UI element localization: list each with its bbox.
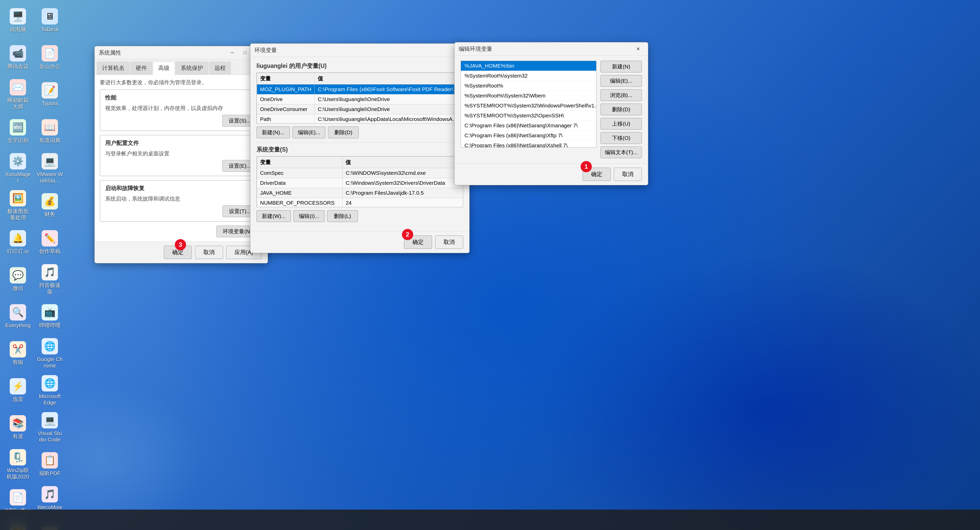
sys-var-name: ComSpec bbox=[257, 168, 342, 178]
editenv-right-btn[interactable]: 新建(N) bbox=[600, 61, 642, 72]
editenv-right-btns: 新建(N)编辑(E)...浏览(B)...删除(D)上移(U)下移(O)编辑文本… bbox=[600, 61, 642, 158]
desktop-icon-23[interactable]: 📚 有道 bbox=[3, 409, 33, 445]
sys-vars-table-container[interactable]: 变量 值 ComSpecC:\WINDOWS\system32\cmd.exeD… bbox=[256, 156, 463, 207]
desktop-icon-18[interactable]: 📺 哔哩哔哩 bbox=[35, 299, 65, 334]
user-var-row[interactable]: OneDriveConsumerC:\Users\liuguanglei\One… bbox=[257, 104, 463, 114]
user-var-row[interactable]: PathC:\Users\liuguanglei\AppData\Local\M… bbox=[257, 114, 463, 124]
sys-var-row[interactable]: ComSpecC:\WINDOWS\system32\cmd.exe bbox=[257, 168, 463, 178]
startup-btn-row: 设置(T)... bbox=[105, 205, 257, 217]
admin-notice: 要进行大多数更改，你必须作为管理员登录。 bbox=[100, 79, 262, 86]
user-delete-button[interactable]: 删除(D) bbox=[328, 127, 359, 138]
editenv-list-item[interactable]: C:\Program Files (x86)\NetSarang\Xshell … bbox=[461, 141, 596, 148]
sys-var-value: C:\WINDOWS\system32\cmd.exe bbox=[342, 168, 463, 178]
editenv-list-item[interactable]: %SystemRoot%\System32\Wbem bbox=[461, 91, 596, 101]
user-edit-button[interactable]: 编辑(E)... bbox=[293, 127, 326, 138]
desktop-icon-16[interactable]: 🎵 抖音极速版 bbox=[35, 261, 65, 297]
sys-delete-button[interactable]: 删除(L) bbox=[327, 210, 358, 222]
sys-edit-button[interactable]: 编辑(I)... bbox=[293, 210, 325, 222]
performance-desc: 视觉效果，处理器计划，内存使用，以及虚拟内存 bbox=[105, 104, 257, 112]
desktop-icon-6[interactable]: 📝 Typora bbox=[35, 76, 65, 112]
editenv-list-item[interactable]: %SYSTEMROOT%\System32\WindowsPowerShell\… bbox=[461, 101, 596, 111]
sys-var-col-name: 变量 bbox=[257, 157, 342, 168]
desktop-icon-25[interactable]: 🗜️ WinZip联机版2020 bbox=[3, 447, 33, 482]
sysprop-action-btns: 确定 取消 应用(A) 3 bbox=[95, 241, 268, 263]
user-var-value: C:\Users\liuguanglei\OneDrive bbox=[315, 94, 463, 104]
desktop-icon-3[interactable]: 📹 腾讯会议 bbox=[3, 40, 33, 75]
user-var-row[interactable]: OneDriveC:\Users\liuguanglei\OneDrive bbox=[257, 94, 463, 104]
sysprop-badge: 3 bbox=[175, 239, 186, 250]
desktop-icon-14[interactable]: ✏️ 创作草稿 bbox=[35, 224, 65, 260]
performance-btn-row: 设置(S)... bbox=[105, 115, 257, 127]
user-vars-table-container[interactable]: 变量 值 MOZ_PLUGIN_PATHC:\Program Files (x8… bbox=[256, 72, 463, 124]
sys-var-value: 24 bbox=[342, 198, 463, 207]
tab-advanced[interactable]: 高级 bbox=[153, 62, 175, 75]
desktop-icon-7[interactable]: 🔤 文字识别 bbox=[3, 113, 33, 149]
sys-var-row[interactable]: NUMBER_OF_PROCESSORS24 bbox=[257, 198, 463, 207]
editenv-badge: 1 bbox=[581, 161, 592, 172]
sys-var-row[interactable]: JAVA_HOMEC:\Program Files\Java\jdk-17.0.… bbox=[257, 188, 463, 198]
sysprop-minimize-button[interactable]: ─ bbox=[226, 49, 238, 57]
editenv-list[interactable]: %JAVA_HOME%\bin%SystemRoot%\system32%Sys… bbox=[461, 61, 597, 148]
sys-var-name: JAVA_HOME bbox=[257, 188, 342, 198]
desktop-icon-13[interactable]: 🔔 叮叮叮.io bbox=[3, 224, 33, 260]
tab-hardware[interactable]: 硬件 bbox=[130, 62, 152, 75]
sys-new-button[interactable]: 新建(W)... bbox=[256, 210, 291, 222]
editenv-list-item[interactable]: C:\Program Files (x86)\NetSarang\Xmanage… bbox=[461, 121, 596, 131]
user-var-value: C:\Users\liuguanglei\AppData\Local\Micro… bbox=[315, 114, 463, 124]
desktop-icon-2[interactable]: 🖥 ToDesk bbox=[35, 3, 65, 38]
editenv-list-item[interactable]: %JAVA_HOME%\bin bbox=[461, 61, 596, 71]
editenv-right-btn[interactable]: 编辑文本(T)... bbox=[600, 146, 642, 158]
desktop-icon-20[interactable]: 🌐 Google Chrome bbox=[35, 336, 65, 371]
sysprop-cancel-button[interactable]: 取消 bbox=[195, 246, 223, 259]
user-var-row[interactable]: MOZ_PLUGIN_PATHC:\Program Files (x86)\Fo… bbox=[257, 84, 463, 94]
sys-vars-title: 系统变量(S) bbox=[256, 146, 463, 154]
sysprop-maximize-button[interactable]: □ bbox=[239, 49, 251, 57]
desktop-icon-4[interactable]: 📄 金山办公 bbox=[35, 40, 65, 75]
userprofile-btn-row: 设置(E)... bbox=[105, 160, 257, 172]
desktop-icon-10[interactable]: 💻 VMware WorkSta... bbox=[35, 151, 65, 186]
sys-var-name: DriverData bbox=[257, 178, 342, 188]
desktop-icon-1[interactable]: 🖥️ 此电脑 bbox=[3, 3, 33, 38]
desktop-icon-21[interactable]: ⚡ 迅雷 bbox=[3, 372, 33, 408]
editenv-right-btn[interactable]: 删除(D) bbox=[600, 103, 642, 115]
user-var-col-name: 变量 bbox=[257, 73, 315, 84]
desktop-icon-15[interactable]: 💬 微信 bbox=[3, 261, 33, 297]
envvar-cancel-button[interactable]: 取消 bbox=[435, 236, 463, 249]
user-var-value: C:\Program Files (x86)\Foxit Software\Fo… bbox=[315, 84, 463, 94]
editenv-cancel-button[interactable]: 取消 bbox=[614, 168, 642, 181]
editenv-right-btn[interactable]: 编辑(E)... bbox=[600, 75, 642, 87]
editenv-close-button[interactable]: ✕ bbox=[632, 45, 644, 53]
editenv-list-item[interactable]: %SystemRoot%\system32 bbox=[461, 71, 596, 81]
tab-system-protection[interactable]: 系统保护 bbox=[175, 62, 208, 75]
editenv-list-item[interactable]: %SYSTEMROOT%\System32\OpenSSH\ bbox=[461, 111, 596, 121]
editenv-titlebar: 编辑环境变量 ✕ bbox=[455, 42, 648, 56]
desktop-icon-26[interactable]: 📋 福昕PDF bbox=[35, 447, 65, 482]
sys-var-row[interactable]: DriverDataC:\Windows\System32\Drivers\Dr… bbox=[257, 178, 463, 188]
userprofile-title: 用户配置文件 bbox=[105, 139, 257, 147]
desktop-icon-5[interactable]: ✉️ 网易邮箱大师 bbox=[3, 76, 33, 112]
envvar-content: liuguanglei 的用户变量(U) 变量 值 MOZ_PLUGIN_PAT… bbox=[250, 57, 469, 231]
desktop-icon-8[interactable]: 📖 有道词典 bbox=[35, 113, 65, 149]
desktop-icon-17[interactable]: 🔍 Everything bbox=[3, 299, 33, 334]
desktop-icon-11[interactable]: 🖼️ 极速图批量处理 bbox=[3, 188, 33, 223]
desktop-icon-9[interactable]: ⚙️ XunuMager bbox=[3, 151, 33, 186]
desktop-icon-22[interactable]: 🌐 Microsoft Edge bbox=[35, 372, 65, 408]
sys-var-col-value: 值 bbox=[342, 157, 463, 168]
desktop-icon-19[interactable]: ✂️ 剪辑 bbox=[3, 336, 33, 371]
tab-computer-name[interactable]: 计算机名 bbox=[97, 62, 130, 75]
tab-remote[interactable]: 远程 bbox=[209, 62, 231, 75]
editenv-title: 编辑环境变量 bbox=[458, 45, 632, 53]
user-new-button[interactable]: 新建(N)... bbox=[256, 127, 290, 138]
editenv-right-btn[interactable]: 上移(U) bbox=[600, 118, 642, 130]
editenv-list-item[interactable]: C:\Program Files (x86)\NetSarang\Xftp 7\ bbox=[461, 131, 596, 141]
userprofile-section: 用户配置文件 与登录帐户相关的桌面设置 设置(E)... bbox=[100, 135, 262, 176]
editenv-right-btn[interactable]: 浏览(B)... bbox=[600, 89, 642, 101]
env-btn-row: 环境变量(N)... bbox=[100, 226, 262, 237]
desktop-icon-24[interactable]: 💻 Visual Studio Code bbox=[35, 409, 65, 445]
userprofile-desc: 与登录帐户相关的桌面设置 bbox=[105, 150, 257, 158]
user-vars-table: 变量 值 MOZ_PLUGIN_PATHC:\Program Files (x8… bbox=[257, 73, 463, 124]
editenv-list-item[interactable]: %SystemRoot% bbox=[461, 81, 596, 91]
envvar-title: 环境变量 bbox=[255, 46, 453, 54]
editenv-right-btn[interactable]: 下移(O) bbox=[600, 132, 642, 144]
desktop-icon-12[interactable]: 💰 财务 bbox=[35, 188, 65, 223]
